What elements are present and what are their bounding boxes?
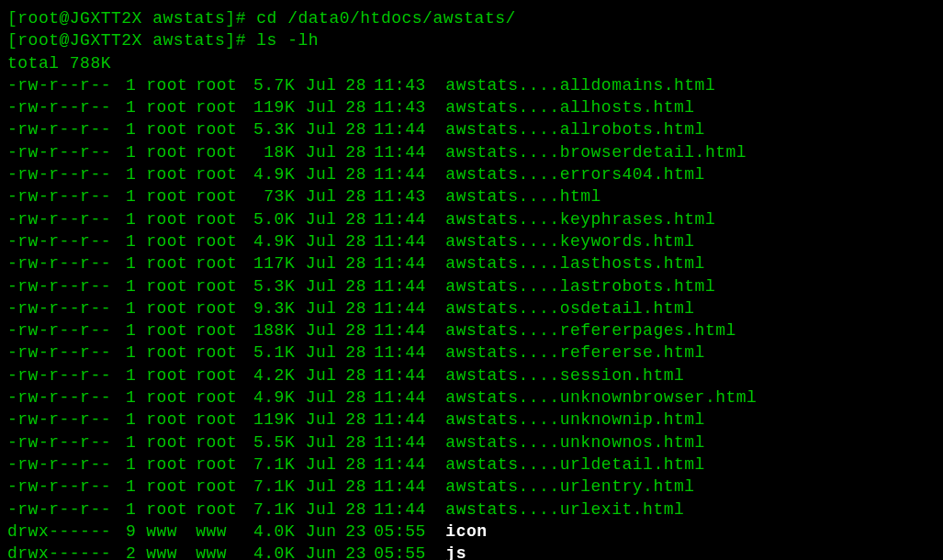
permissions: -rw-r--r-- (7, 342, 117, 364)
group: root (196, 185, 245, 207)
link-count: 1 (117, 230, 137, 252)
file-entry: -rw-r--r--1rootroot119KJul2811:44awstats… (7, 409, 943, 431)
size: 119K (245, 96, 295, 118)
size: 4.0K (245, 543, 295, 560)
month: Jul (297, 386, 336, 409)
day: 28 (337, 275, 366, 297)
link-count: 1 (117, 386, 137, 409)
group: root (196, 297, 245, 319)
group: root (196, 386, 245, 409)
month: Jul (297, 163, 336, 185)
day: 28 (337, 118, 366, 140)
day: 23 (337, 543, 366, 560)
total-line: total 788K (7, 52, 943, 74)
link-count: 1 (117, 163, 137, 185)
ls-output: -rw-r--r--1rootroot5.7KJul2811:43awstats… (7, 74, 943, 560)
file-name: awstats....refererse.html (445, 342, 705, 364)
owner: root (146, 319, 196, 342)
prompt-2-userhost: [root@JGXTT2X awstats]# (7, 31, 246, 50)
link-count: 1 (117, 409, 137, 431)
link-count: 1 (117, 118, 137, 140)
time: 11:44 (366, 118, 426, 140)
month: Jul (297, 319, 336, 342)
size: 5.3K (245, 118, 295, 140)
time: 11:44 (366, 252, 426, 274)
time: 11:44 (366, 208, 426, 230)
size: 5.1K (245, 342, 295, 364)
day: 28 (337, 141, 366, 163)
group: root (196, 208, 245, 230)
time: 11:44 (366, 141, 426, 163)
day: 28 (337, 297, 366, 319)
prompt-2-command[interactable]: ls -lh (256, 31, 319, 50)
permissions: -rw-r--r-- (7, 476, 117, 498)
time: 05:55 (366, 521, 426, 543)
link-count: 1 (117, 498, 137, 521)
permissions: -rw-r--r-- (7, 297, 117, 319)
file-entry: -rw-r--r--1rootroot7.1KJul2811:44awstats… (7, 476, 943, 498)
file-name: awstats....urlexit.html (445, 498, 684, 521)
size: 7.1K (245, 498, 295, 521)
month: Jul (297, 498, 336, 521)
file-name: awstats....allhosts.html (445, 96, 694, 118)
group: root (196, 342, 245, 364)
permissions: -rw-r--r-- (7, 163, 117, 185)
file-entry: -rw-r--r--1rootroot4.9KJul2811:44awstats… (7, 230, 943, 252)
month: Jul (297, 141, 336, 163)
month: Jul (297, 74, 336, 96)
month: Jun (297, 521, 336, 543)
link-count: 1 (117, 252, 137, 274)
file-entry: -rw-r--r--1rootroot7.1KJul2811:44awstats… (7, 454, 943, 476)
file-entry: -rw-r--r--1rootroot188KJul2811:44awstats… (7, 319, 943, 342)
link-count: 1 (117, 342, 137, 364)
day: 28 (337, 409, 366, 431)
link-count: 1 (117, 96, 137, 118)
file-entry: -rw-r--r--1rootroot117KJul2811:44awstats… (7, 252, 943, 274)
file-entry: -rw-r--r--1rootroot7.1KJul2811:44awstats… (7, 498, 943, 521)
day: 28 (337, 386, 366, 409)
link-count: 1 (117, 208, 137, 230)
owner: root (146, 74, 196, 96)
day: 28 (337, 498, 366, 521)
day: 28 (337, 163, 366, 185)
prompt-1-command[interactable]: cd /data0/htdocs/awstats/ (256, 9, 516, 28)
owner: root (146, 118, 196, 140)
file-name: awstats....keywords.html (445, 230, 694, 252)
directory-name: icon (445, 521, 487, 543)
link-count: 1 (117, 431, 137, 454)
size: 188K (245, 319, 295, 342)
time: 05:55 (366, 543, 426, 560)
day: 28 (337, 319, 366, 342)
owner: root (146, 185, 196, 207)
size: 4.9K (245, 230, 295, 252)
permissions: drwx------ (7, 543, 117, 560)
group: www (196, 521, 245, 543)
owner: root (146, 208, 196, 230)
permissions: -rw-r--r-- (7, 319, 117, 342)
day: 28 (337, 230, 366, 252)
day: 28 (337, 74, 366, 96)
prompt-1-userhost: [root@JGXTT2X awstats]# (7, 9, 246, 28)
file-name: awstats....urlentry.html (445, 476, 694, 498)
month: Jun (297, 543, 336, 560)
permissions: -rw-r--r-- (7, 498, 117, 521)
group: root (196, 252, 245, 274)
day: 28 (337, 252, 366, 274)
size: 5.0K (245, 208, 295, 230)
owner: root (146, 275, 196, 297)
group: root (196, 431, 245, 454)
day: 28 (337, 364, 366, 386)
permissions: -rw-r--r-- (7, 431, 117, 454)
month: Jul (297, 208, 336, 230)
file-name: awstats....allrobots.html (445, 118, 705, 140)
link-count: 1 (117, 476, 137, 498)
owner: root (146, 409, 196, 431)
link-count: 1 (117, 297, 137, 319)
month: Jul (297, 431, 336, 454)
permissions: -rw-r--r-- (7, 208, 117, 230)
owner: root (146, 297, 196, 319)
size: 5.3K (245, 275, 295, 297)
time: 11:44 (366, 275, 426, 297)
time: 11:43 (366, 96, 426, 118)
month: Jul (297, 342, 336, 364)
